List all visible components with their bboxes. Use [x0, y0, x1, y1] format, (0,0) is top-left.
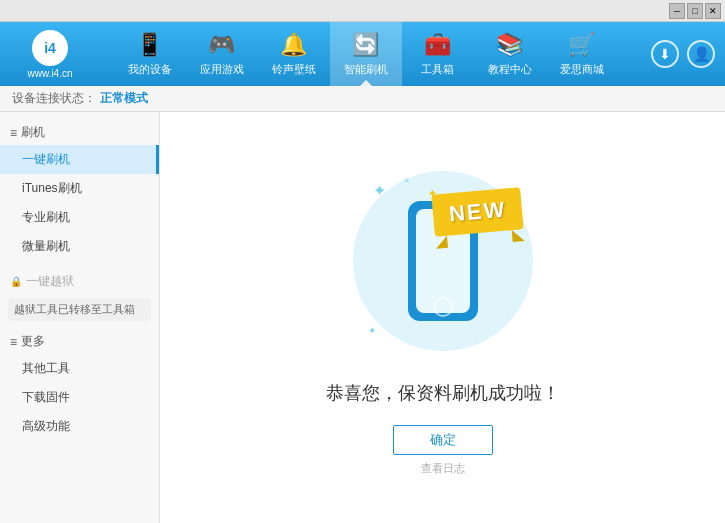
nav-toolbox-label: 工具箱: [421, 62, 454, 77]
sidebar-group-jailbreak: 🔒 一键越狱 越狱工具已转移至工具箱: [0, 265, 159, 321]
status-value: 正常模式: [100, 90, 148, 107]
retry-link[interactable]: 查看日志: [421, 461, 465, 476]
tutorials-icon: 📚: [496, 32, 523, 58]
confirm-button[interactable]: 确定: [393, 425, 493, 455]
success-message: 恭喜您，保资料刷机成功啦！: [326, 381, 560, 405]
logo[interactable]: i4 www.i4.cn: [10, 30, 90, 79]
pro-flash-label: 专业刷机: [22, 210, 70, 224]
logo-url: www.i4.cn: [27, 68, 72, 79]
flash-group-label: 刷机: [21, 124, 45, 141]
nav-apps-games-label: 应用游戏: [200, 62, 244, 77]
smart-flash-icon: 🔄: [352, 32, 379, 58]
nav-smart-flash[interactable]: 🔄 智能刷机: [330, 22, 402, 86]
ringtones-icon: 🔔: [280, 32, 307, 58]
minimize-button[interactable]: ─: [669, 3, 685, 19]
header: i4 www.i4.cn 📱 我的设备 🎮 应用游戏 🔔 铃声壁纸 🔄 智能刷机…: [0, 22, 725, 86]
phone-illustration: ✦ ✦ ✦ ★ ✦ NEW: [343, 161, 543, 361]
logo-icon: i4: [32, 30, 68, 66]
more-group-label: 更多: [21, 333, 45, 350]
ribbon-background: ✦ NEW: [432, 187, 525, 237]
flash-group-icon: ≡: [10, 126, 17, 140]
nav-store-label: 爱思商城: [560, 62, 604, 77]
apps-games-icon: 🎮: [208, 32, 235, 58]
nav-my-device[interactable]: 📱 我的设备: [114, 22, 186, 86]
my-device-icon: 📱: [136, 32, 163, 58]
ribbon-star-left: ✦: [427, 186, 438, 201]
micro-flash-label: 微量刷机: [22, 239, 70, 253]
download-button[interactable]: ⬇: [651, 40, 679, 68]
ribbon-left-fold: [435, 236, 448, 249]
ribbon-right-fold: [512, 229, 525, 242]
download-firmware-label: 下载固件: [22, 390, 70, 404]
sidebar-group-jailbreak-header: 🔒 一键越狱: [0, 265, 159, 294]
onekey-flash-label: 一键刷机: [22, 152, 70, 166]
sidebar-group-flash-header: ≡ 刷机: [0, 116, 159, 145]
sidebar-group-flash: ≡ 刷机 一键刷机 iTunes刷机 专业刷机 微量刷机: [0, 116, 159, 261]
itunes-flash-label: iTunes刷机: [22, 181, 82, 195]
sidebar-group-more: ≡ 更多 其他工具 下载固件 高级功能: [0, 325, 159, 441]
maximize-button[interactable]: □: [687, 3, 703, 19]
sidebar: ≡ 刷机 一键刷机 iTunes刷机 专业刷机 微量刷机 🔒 一键越狱: [0, 112, 160, 523]
nav-my-device-label: 我的设备: [128, 62, 172, 77]
new-ribbon: ✦ NEW: [433, 191, 522, 233]
close-button[interactable]: ✕: [705, 3, 721, 19]
sidebar-item-pro-flash[interactable]: 专业刷机: [0, 203, 159, 232]
user-button[interactable]: 👤: [687, 40, 715, 68]
nav-toolbox[interactable]: 🧰 工具箱: [402, 22, 474, 86]
advanced-label: 高级功能: [22, 419, 70, 433]
sparkle-3: ✦: [368, 325, 376, 336]
jailbreak-note-text: 越狱工具已转移至工具箱: [14, 303, 135, 315]
content-area: ✦ ✦ ✦ ★ ✦ NEW 恭喜您，保资料刷机成功啦！ 确定 查看日志: [160, 112, 725, 523]
sidebar-group-more-header: ≡ 更多: [0, 325, 159, 354]
jailbreak-note: 越狱工具已转移至工具箱: [8, 298, 151, 321]
other-tools-label: 其他工具: [22, 361, 70, 375]
nav-store[interactable]: 🛒 爱思商城: [546, 22, 618, 86]
sidebar-item-onekey-flash[interactable]: 一键刷机: [0, 145, 159, 174]
nav-smart-flash-label: 智能刷机: [344, 62, 388, 77]
sparkle-4: ★: [403, 176, 410, 185]
sidebar-item-advanced[interactable]: 高级功能: [0, 412, 159, 441]
main-area: ≡ 刷机 一键刷机 iTunes刷机 专业刷机 微量刷机 🔒 一键越狱: [0, 112, 725, 523]
header-right-buttons: ⬇ 👤: [651, 40, 715, 68]
title-bar: ─ □ ✕: [0, 0, 725, 22]
status-label: 设备连接状态：: [12, 90, 96, 107]
status-bar: 设备连接状态： 正常模式: [0, 86, 725, 112]
toolbox-icon: 🧰: [424, 32, 451, 58]
jailbreak-group-label: 一键越狱: [26, 273, 74, 290]
ribbon-text: NEW: [448, 197, 507, 227]
nav-ringtones-label: 铃声壁纸: [272, 62, 316, 77]
sparkle-1: ✦: [373, 181, 386, 200]
nav-tutorials-label: 教程中心: [488, 62, 532, 77]
more-group-icon: ≡: [10, 335, 17, 349]
window-controls[interactable]: ─ □ ✕: [669, 3, 721, 19]
sidebar-item-micro-flash[interactable]: 微量刷机: [0, 232, 159, 261]
nav-apps-games[interactable]: 🎮 应用游戏: [186, 22, 258, 86]
sidebar-item-other-tools[interactable]: 其他工具: [0, 354, 159, 383]
sidebar-item-itunes-flash[interactable]: iTunes刷机: [0, 174, 159, 203]
nav-ringtones[interactable]: 🔔 铃声壁纸: [258, 22, 330, 86]
store-icon: 🛒: [568, 32, 595, 58]
sidebar-item-download-firmware[interactable]: 下载固件: [0, 383, 159, 412]
nav-tutorials[interactable]: 📚 教程中心: [474, 22, 546, 86]
jailbreak-lock-icon: 🔒: [10, 276, 22, 287]
nav-bar: 📱 我的设备 🎮 应用游戏 🔔 铃声壁纸 🔄 智能刷机 🧰 工具箱 📚 教程中心…: [90, 22, 641, 86]
